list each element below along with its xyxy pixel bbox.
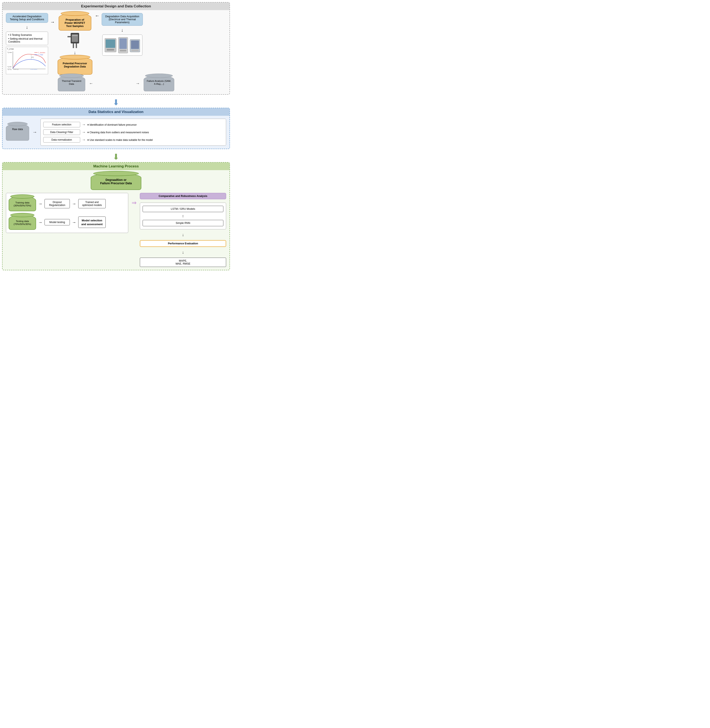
arrow-left-thermal: ← bbox=[89, 81, 93, 86]
feature-selection-desc: ♦ Identification of dominant failure pre… bbox=[87, 123, 137, 126]
svg-rect-21 bbox=[107, 49, 114, 51]
feature-selection-box: Feature selection bbox=[43, 122, 80, 127]
arrow-to-right-panel: ⇒ bbox=[132, 193, 136, 206]
data-cleaning-box: Data Cleaning/ Filter bbox=[43, 129, 80, 135]
equipment-svg bbox=[105, 36, 140, 54]
svg-text:Cool-down: Cool-down bbox=[30, 69, 37, 70]
arrow-test-1: → bbox=[38, 220, 43, 225]
trained-label: Trained and optimized models bbox=[82, 201, 102, 207]
arrow-feature-3: → bbox=[82, 138, 86, 142]
metrics-label: MAPE, MAE, RMSE bbox=[176, 259, 190, 265]
svg-text:Tj-min: Tj-min bbox=[7, 66, 12, 68]
models-dashed-box: LSTM / GRU Models ↕ Simple RNN bbox=[140, 203, 226, 229]
testing-data-cylinder: Testing data (70%/50%/30%) bbox=[9, 215, 36, 230]
bullet2-text: Setting electrical and thermal Condition… bbox=[8, 37, 43, 43]
arrow-down-performance: ↓ bbox=[140, 232, 226, 237]
training-data-label: Training data (30%/50%/70%) bbox=[13, 201, 31, 207]
svg-rect-23 bbox=[119, 38, 127, 49]
feature-selection-desc-text: Identification of dominant failure precu… bbox=[89, 123, 137, 126]
svg-rect-24 bbox=[120, 50, 126, 51]
data-cleaning-row: Data Cleaning/ Filter → ♦ Cleaning data … bbox=[43, 129, 223, 135]
arrow-right-failure: → bbox=[136, 81, 140, 86]
ml-left-panel: Training data (30%/50%/70%) → Dropout Re… bbox=[6, 193, 128, 233]
potential-precursor-label: Potential Precursor Degradation Data bbox=[63, 62, 87, 68]
raw-data-cylinder: Raw data bbox=[6, 124, 29, 141]
equipment-image-box bbox=[102, 35, 142, 56]
testing-data-label: Testing data (70%/50%/30%) bbox=[13, 220, 31, 226]
section3-title-text: Machine Learning Process bbox=[93, 164, 139, 168]
arrow-raw-to-features: → bbox=[32, 129, 37, 135]
degradation-acquisition-box: Degradation Data Acquisition (Electrical… bbox=[102, 13, 143, 26]
feature-selection-label: Feature selection bbox=[52, 123, 71, 126]
arrow-feature-1: → bbox=[82, 123, 86, 127]
thermal-transient-cylinder: Thermal Transient Data bbox=[58, 75, 85, 91]
rnn-label: Simple RNN bbox=[176, 221, 190, 224]
section2-title-text: Data Statistics and Visualization bbox=[89, 110, 144, 114]
accelerated-degradation-box: Accelerated Degradation Tetsing Setup an… bbox=[6, 13, 48, 23]
svg-rect-15 bbox=[72, 35, 78, 36]
arrow-test-2: → bbox=[72, 220, 76, 225]
rnn-box: Simple RNN bbox=[142, 220, 223, 226]
data-cleaning-desc: ♦ Cleaning data from outliers and measur… bbox=[87, 130, 149, 134]
svg-rect-17 bbox=[76, 44, 77, 48]
arrow-right-1: → bbox=[50, 13, 55, 25]
svg-text:ΔTj: ΔTj bbox=[31, 57, 34, 58]
svg-text:T_Case: T_Case bbox=[38, 54, 43, 56]
box3-label: Degradation Data Acquisition (Electrical… bbox=[105, 15, 139, 24]
mosfet-svg bbox=[67, 32, 82, 49]
features-dashed-box: Feature selection → ♦ Identification of … bbox=[41, 119, 226, 146]
arrow-right-2: ← bbox=[95, 13, 100, 31]
bullet1: • 3 Testing Scenarios bbox=[8, 34, 46, 37]
temperature-graph: T_j-max T(°C) Heat-up Cool-down bbox=[6, 47, 48, 74]
thermal-data-label: Thermal Transient Data bbox=[62, 80, 81, 85]
svg-rect-26 bbox=[131, 41, 139, 49]
graph-svg: T(°C) Heat-up Cool-down Tj-max Tj-min T_… bbox=[7, 50, 47, 72]
svg-text:Tj-max: Tj-max bbox=[7, 52, 12, 53]
model-selection-label: Model selection and assessment bbox=[81, 219, 103, 226]
failure-analysis-label: Failure Analysis (SAM, X-Ray,...) bbox=[147, 80, 171, 85]
section3-body: Degraadtion or Failure Precursor Data Tr… bbox=[3, 170, 229, 270]
svg-rect-27 bbox=[131, 50, 139, 51]
preparation-label: Preparation of Power MOSFET Test Samples bbox=[65, 18, 85, 28]
testing-notes-box: • 3 Testing Scenarios • Setting electric… bbox=[6, 32, 48, 45]
model-testing-box: Model testing bbox=[44, 219, 70, 226]
arrow-feature-2: → bbox=[82, 130, 86, 135]
potential-precursor-cylinder: Potential Precursor Degradation Data bbox=[57, 57, 92, 75]
data-normalization-label: Data normalizaton bbox=[51, 138, 72, 141]
svg-text:Heat-up: Heat-up bbox=[13, 69, 19, 70]
performance-label: Performance Evaluation bbox=[168, 242, 198, 245]
arrow-lstm-rnn: ↕ bbox=[142, 214, 223, 218]
data-normalization-row: Data normalizaton → ♦ Use standard scale… bbox=[43, 137, 223, 142]
degradation-cylinder: Degraadtion or Failure Precursor Data bbox=[91, 173, 141, 190]
arrow-down-metrics: ↓ bbox=[140, 250, 226, 255]
graph-tmax: T_j-max bbox=[7, 48, 14, 50]
training-data-cylinder: Training data (30%/50%/70%) bbox=[9, 196, 36, 211]
arrow-train-2: → bbox=[72, 201, 76, 206]
svg-rect-20 bbox=[106, 40, 115, 48]
raw-data-label: Raw data bbox=[12, 128, 23, 131]
section1-title-text: Experimental Design and Data Collection bbox=[81, 4, 151, 8]
svg-rect-18 bbox=[67, 36, 70, 37]
comparative-label: Comparative and Robustness Analysis bbox=[158, 195, 207, 198]
svg-text:T(°C): T(°C) bbox=[7, 68, 12, 70]
dropout-box: Dropout Regularization bbox=[44, 199, 70, 208]
metrics-box: MAPE, MAE, RMSE bbox=[140, 258, 226, 267]
lstm-box: LSTM / GRU Models bbox=[142, 206, 223, 212]
section1-body: Accelerated Degradation Tetsing Setup an… bbox=[3, 10, 229, 94]
data-normalization-box: Data normalizaton bbox=[43, 137, 80, 142]
data-normalization-desc-text: Use standard scales to make data suitabl… bbox=[89, 139, 153, 142]
bullet2: • Setting electrical and thermal Conditi… bbox=[8, 37, 46, 43]
model-selection-box: Model selection and assessment bbox=[78, 217, 106, 228]
performance-box: Performance Evaluation bbox=[140, 240, 226, 247]
arrow-section2-to-3: ⬇ bbox=[2, 153, 230, 161]
section1-title: Experimental Design and Data Collection bbox=[3, 3, 229, 10]
arrow-section1-to-2: ⬇ bbox=[2, 98, 230, 107]
section-data-statistics: Data Statistics and Visualization Raw da… bbox=[2, 108, 230, 149]
arrow-down-1: ↓ bbox=[6, 25, 48, 30]
ml-right-panel: Comparative and Robustness Analysis LSTM… bbox=[140, 193, 226, 267]
dropout-label: Dropout Regularization bbox=[49, 201, 65, 207]
trained-models-box: Trained and optimized models bbox=[78, 199, 106, 208]
data-normalization-desc: ♦ Use standard scales to make data suita… bbox=[87, 138, 153, 142]
failure-analysis-cylinder: Failure Analysis (SAM, X-Ray,...) bbox=[144, 75, 174, 91]
section2-body: Raw data → Feature selection → ♦ Identif… bbox=[3, 116, 229, 149]
